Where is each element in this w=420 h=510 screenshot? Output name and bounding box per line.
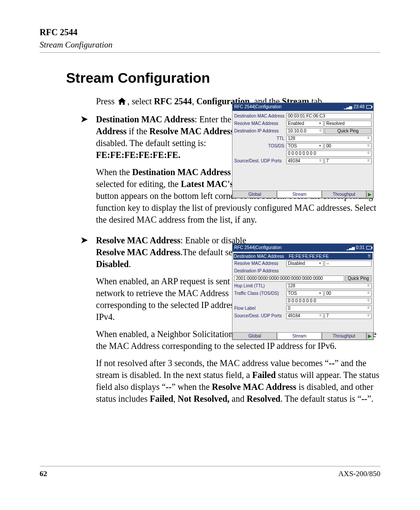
text: -- <box>361 394 367 404</box>
field-tos[interactable]: TOS▼ <box>286 143 324 149</box>
keypad-icon: ⠿ <box>367 306 370 311</box>
field-resolve-mac[interactable]: Enabled▼ <box>286 121 324 127</box>
label-dest-ip: Destination IP Address <box>234 268 280 274</box>
battery-icon <box>366 105 372 109</box>
chevron-down-icon: ▼ <box>318 121 322 126</box>
text: When the <box>96 167 132 177</box>
label-traffic-class: Traffic Class (TOS/DS) <box>234 290 286 297</box>
value: 49184 <box>288 313 300 319</box>
tab-stream[interactable]: Stream <box>277 332 321 340</box>
field-flow[interactable]: 0⠿ <box>286 305 372 312</box>
field-ttl[interactable]: 128⠿ <box>286 136 372 142</box>
tab-global[interactable]: Global <box>232 332 277 340</box>
keypad-icon: ⠿ <box>367 283 370 289</box>
text: Resolve MAC Address <box>212 382 296 392</box>
field-udp-src[interactable]: 49184⠿ <box>286 158 324 164</box>
value: 0 <box>288 306 291 311</box>
text: . The default status is “ <box>280 394 361 404</box>
value: TOS <box>288 143 297 149</box>
chevron-down-icon: ▼ <box>318 261 322 266</box>
section-heading: Stream Configuration <box>66 69 380 88</box>
value: 7 <box>326 158 329 164</box>
field-ipv6[interactable]: 2001:0000:0000:0000:0000:0000:0000:0000 <box>234 275 344 282</box>
window-titlebar: RFC 2544|Configuration ▁▃▅23:48 <box>232 103 373 111</box>
field-tc-value[interactable]: 00⠿ <box>324 290 372 297</box>
text: Press <box>96 96 117 106</box>
value: 0 0 0 0 0 0 0 0 <box>288 298 316 304</box>
label-dest-mac: Destination MAC Address <box>234 253 287 260</box>
text: Resolved <box>247 394 280 404</box>
value: Disabled <box>288 261 305 266</box>
field-dest-ip[interactable]: 10.10.0.0⠿ <box>286 128 324 134</box>
text: and <box>229 394 247 404</box>
screenshot-stream-ipv4: RFC 2544|Configuration ▁▃▅23:48 Destinat… <box>232 103 374 198</box>
value: 0 0 0 0 0 0 0 0 <box>288 151 316 156</box>
keypad-icon: ⠿ <box>367 136 370 141</box>
text: , <box>173 394 178 404</box>
tab-scroll-right[interactable]: ▶ <box>366 191 373 198</box>
text: RFC 2544 <box>154 96 192 106</box>
value: -- <box>326 261 329 266</box>
field-tos-value[interactable]: 00⠿ <box>324 143 372 149</box>
value: 00:03:01:FC:06:C3 <box>288 114 325 119</box>
field-hop-limit[interactable]: 128⠿ <box>286 283 372 289</box>
tab-scroll-right[interactable]: ▶ <box>366 332 373 340</box>
label-udp-ports: Source/Dest. UDP Ports <box>234 158 286 164</box>
text: : Enter the <box>195 114 233 124</box>
quick-ping-button[interactable]: Quick Ping <box>324 128 372 134</box>
label-dest-mac: Destination MAC Address <box>234 113 286 119</box>
field-resolve-mac[interactable]: Disabled▼ <box>286 261 324 267</box>
text: -- <box>329 358 335 368</box>
header-subtitle: Stream Configuration <box>40 39 380 51</box>
keypad-icon: ⠿ <box>367 143 370 149</box>
page-footer: 62 AXS-200/850 <box>40 466 380 479</box>
keypad-icon: ⠿ <box>367 151 370 156</box>
tab-global[interactable]: Global <box>232 191 277 198</box>
header-title: RFC 2544 <box>40 26 380 38</box>
keypad-icon: ⠿ <box>366 253 372 260</box>
quick-ping-button[interactable]: Quick Ping <box>345 275 372 282</box>
page-number: 62 <box>40 469 47 479</box>
text: if the <box>127 126 150 136</box>
tab-throughput[interactable]: Throughput <box>322 191 366 198</box>
value: 128 <box>288 283 295 289</box>
field-tos-bits[interactable]: 0 0 0 0 0 0 0 0⠿ <box>286 150 372 157</box>
tab-stream[interactable]: Stream <box>277 191 321 198</box>
label-resolve-mac: Resolve MAC Address <box>234 261 286 267</box>
field-udp-dst[interactable]: 7⠿ <box>324 313 372 319</box>
keypad-icon: ⠿ <box>319 128 322 134</box>
field-dest-mac[interactable]: FE:FE:FE:FE:FE:FE <box>287 253 366 260</box>
field-traffic-class[interactable]: TOS▼ <box>286 290 324 297</box>
text: Failed <box>252 370 276 380</box>
text: , select <box>127 96 154 106</box>
label-dest-ip: Destination IP Address <box>234 128 286 134</box>
text: Resolve MAC Address <box>96 235 181 245</box>
value: 00 <box>326 291 331 296</box>
bullet-arrow-icon: ➤ <box>80 235 88 245</box>
field-udp-dst[interactable]: 7⠿ <box>324 158 372 164</box>
tab-throughput[interactable]: Throughput <box>322 332 366 340</box>
text: Destination MAC Address <box>132 167 231 177</box>
value: 2001:0000:0000:0000:0000:0000:0000:0000 <box>236 276 323 281</box>
value: TOS <box>288 291 297 296</box>
value: 10.10.0.0 <box>288 128 306 134</box>
field-dest-mac[interactable]: 00:03:01:FC:06:C3 <box>286 113 372 119</box>
bullet2-p4: If not resolved after 3 seconds, the MAC… <box>96 357 380 405</box>
field-udp-src[interactable]: 49184⠿ <box>286 313 324 319</box>
text: -- <box>166 382 171 392</box>
value: 7 <box>326 313 329 319</box>
field-tc-bits[interactable]: 0 0 0 0 0 0 0 0⠿ <box>286 298 372 304</box>
field-resolve-status: -- <box>324 261 372 267</box>
keypad-icon: ⠿ <box>367 291 370 296</box>
selected-row-dest-mac[interactable]: Destination MAC Address FE:FE:FE:FE:FE:F… <box>233 253 372 260</box>
text: , <box>192 96 196 106</box>
clock: 0:31 <box>356 245 365 250</box>
page-header: RFC 2544 Stream Configuration <box>40 26 380 53</box>
field-resolve-status: Resolved <box>324 121 372 127</box>
battery-icon <box>366 246 372 249</box>
text: Failed <box>150 394 173 404</box>
value: 49184 <box>288 158 300 164</box>
label-hop-limit: Hop Limit (TTL) <box>234 283 286 289</box>
window-titlebar: RFC 2544|Configuration ▁▃▅0:31 <box>232 244 373 252</box>
value: 00 <box>326 143 331 149</box>
